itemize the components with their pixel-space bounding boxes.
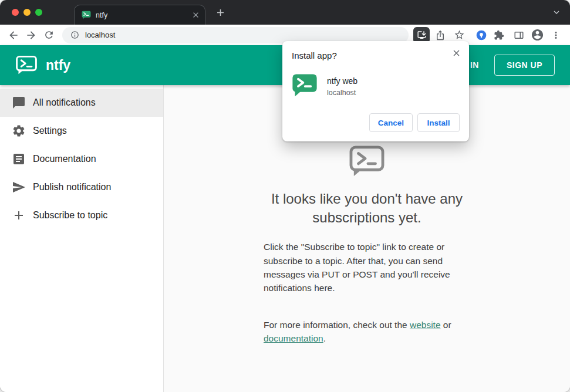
sidebar-item-documentation[interactable]: Documentation xyxy=(0,145,163,173)
install-button[interactable]: Install xyxy=(417,113,460,132)
extensions-area xyxy=(475,27,564,43)
side-panel-icon[interactable] xyxy=(511,27,527,43)
ntfy-logo-icon xyxy=(15,55,38,75)
empty-state-title: It looks like you don't have any subscri… xyxy=(229,190,505,227)
ntfy-logo-icon xyxy=(349,145,385,180)
dialog-app-name: ntfy web xyxy=(327,76,357,86)
dialog-title: Install app? xyxy=(292,50,460,60)
back-icon[interactable] xyxy=(5,27,22,43)
more-info-text: . xyxy=(323,333,326,343)
address-url: localhost xyxy=(85,31,115,39)
documentation-link[interactable]: documentation xyxy=(264,333,323,343)
sign-up-button[interactable]: SIGN UP xyxy=(494,55,555,76)
plus-icon xyxy=(12,208,26,222)
website-link[interactable]: website xyxy=(410,320,441,330)
new-tab-button[interactable] xyxy=(215,7,226,18)
tab-search-chevron-icon[interactable] xyxy=(551,7,562,18)
empty-state-description: Click the "Subscribe to topic" link to c… xyxy=(264,240,470,295)
sidebar-item-label: Publish notification xyxy=(33,182,111,192)
sidebar-item-subscribe-to-topic[interactable]: Subscribe to topic xyxy=(0,201,163,229)
reload-icon[interactable] xyxy=(40,27,58,43)
more-info-paragraph: For more information, check out the webs… xyxy=(264,318,470,346)
sidebar-item-label: Settings xyxy=(33,126,67,136)
browser-window: ntfy localhost xyxy=(0,0,570,392)
tab-close-icon[interactable] xyxy=(191,11,200,19)
minimize-window-button[interactable] xyxy=(23,9,31,16)
close-icon[interactable] xyxy=(451,48,461,58)
more-info-text: For more information, check out the xyxy=(264,320,410,330)
window-controls xyxy=(12,9,42,16)
cancel-button[interactable]: Cancel xyxy=(369,113,413,132)
close-window-button[interactable] xyxy=(12,9,19,16)
sidebar-item-settings[interactable]: Settings xyxy=(0,117,163,145)
sidebar-item-label: Documentation xyxy=(33,154,96,164)
send-icon xyxy=(12,180,26,194)
chat-bubble-icon xyxy=(12,96,26,110)
sidebar-item-all-notifications[interactable]: All notifications xyxy=(0,89,163,117)
dialog-app-origin: localhost xyxy=(327,89,357,97)
tab-strip: ntfy xyxy=(0,0,570,25)
sidebar-item-label: Subscribe to topic xyxy=(33,210,107,221)
profile-avatar-icon[interactable] xyxy=(531,28,544,42)
browser-tab-ntfy[interactable]: ntfy xyxy=(74,5,205,25)
menu-dots-icon[interactable] xyxy=(548,27,564,43)
more-info-text: or xyxy=(441,320,451,330)
app-title: ntfy xyxy=(46,58,70,73)
sidebar-item-publish-notification[interactable]: Publish notification xyxy=(0,173,163,201)
forward-icon[interactable] xyxy=(22,27,40,43)
maximize-window-button[interactable] xyxy=(35,9,42,16)
ntfy-app-icon xyxy=(292,73,318,99)
info-icon xyxy=(70,31,79,39)
install-app-dialog: Install app? ntfy web localhost Cancel I… xyxy=(282,41,469,141)
extensions-puzzle-icon[interactable] xyxy=(491,27,507,43)
sidebar-item-label: All notifications xyxy=(33,97,96,108)
ntfy-favicon xyxy=(82,11,91,19)
article-icon xyxy=(12,152,26,166)
sidebar: All notifications Settings Documentation… xyxy=(0,85,164,392)
gear-icon xyxy=(12,124,26,138)
extension-icon[interactable] xyxy=(475,29,487,41)
tab-title: ntfy xyxy=(96,11,187,19)
